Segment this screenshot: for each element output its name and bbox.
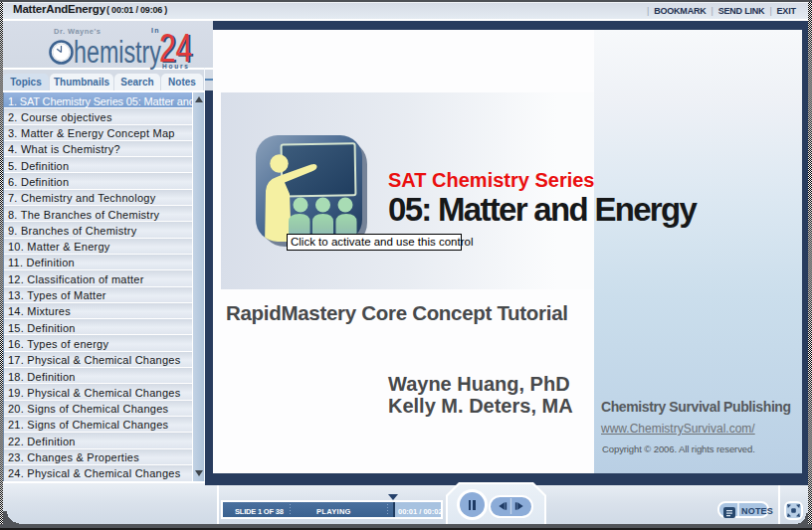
svg-text:hemistry: hemistry — [74, 35, 161, 70]
svg-text:Hours: Hours — [162, 63, 190, 70]
